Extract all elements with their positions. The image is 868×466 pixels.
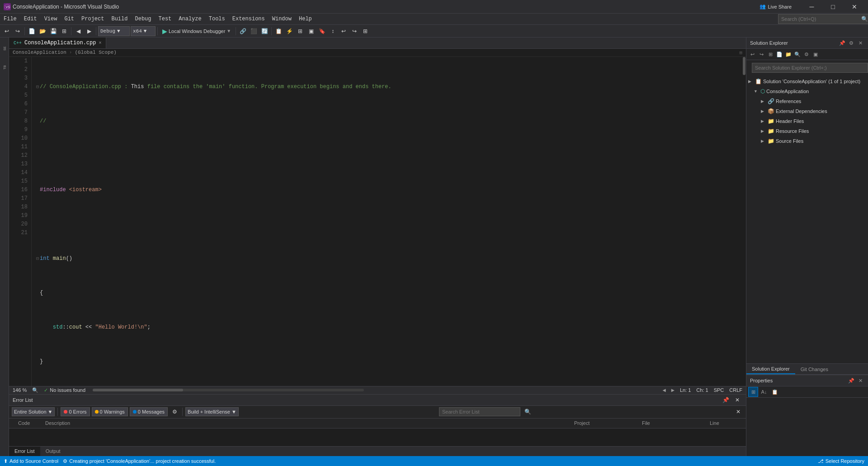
encoding-info[interactable]: SPC [714, 387, 724, 393]
code-content[interactable]: ⊟ // ConsoleApplication.cpp : This file … [32, 57, 742, 386]
toolbar-btn-9[interactable]: ⊞ [295, 26, 305, 36]
error-list-pin[interactable]: 📌 [721, 395, 731, 405]
nav-left[interactable]: ◀ [662, 387, 665, 394]
tree-external-deps[interactable]: ▶ 📦 External Dependencies [746, 106, 868, 116]
zoom-icon[interactable]: 🔍 [32, 387, 38, 393]
active-tab[interactable]: C++ ConsoleApplication.cpp × [9, 38, 106, 48]
menu-test[interactable]: Test [155, 14, 175, 24]
filter-settings-btn[interactable]: ⚙ [170, 407, 179, 417]
collapse-1[interactable]: ⊟ [36, 83, 39, 91]
run-button[interactable]: ▶ Local Windows Debugger ▼ [160, 26, 234, 36]
menu-window[interactable]: Window [269, 14, 295, 24]
undo-button[interactable]: ↩ [2, 26, 12, 36]
error-list-close[interactable]: ✕ [732, 395, 742, 405]
prop-close-button[interactable]: ✕ [856, 377, 864, 385]
menu-help[interactable]: Help [295, 14, 316, 24]
se-toolbar-7[interactable]: ⚙ [802, 50, 811, 58]
redo-button[interactable]: ↪ [13, 26, 23, 36]
toolbar-btn-8[interactable]: ⚡ [284, 26, 294, 36]
error-search-btn[interactable]: 🔍 [523, 407, 533, 417]
toolbar-btn-10[interactable]: ▣ [306, 26, 316, 36]
toolbox-icon[interactable]: TB [1, 58, 8, 76]
menu-analyze[interactable]: Analyze [175, 14, 205, 24]
menu-edit[interactable]: Edit [20, 14, 41, 24]
menu-tools[interactable]: Tools [205, 14, 229, 24]
se-toolbar-8[interactable]: ▣ [811, 50, 820, 58]
git-changes-tab[interactable]: Git Changes [795, 364, 834, 374]
tree-resource-files[interactable]: ▶ 📁 Resource Files [746, 126, 868, 136]
maximize-button[interactable]: □ [823, 0, 843, 14]
tree-references[interactable]: ▶ 🔗 References [746, 96, 868, 106]
error-close-btn[interactable]: ✕ [733, 407, 743, 417]
se-close-button[interactable]: ✕ [856, 39, 864, 47]
output-tab[interactable]: Output [40, 447, 66, 456]
breadcrumb-scope[interactable]: (Global Scope) [75, 50, 116, 55]
error-search-input[interactable] [439, 407, 520, 416]
prop-alpha-btn[interactable]: A↓ [759, 387, 769, 397]
forward-button[interactable]: ▶ [84, 26, 94, 36]
tree-project[interactable]: ▼ ⬡ ConsoleApplication [746, 86, 868, 96]
new-file-button[interactable]: 📄 [27, 26, 37, 36]
col-header-description[interactable]: Description [45, 420, 574, 426]
live-share-label[interactable]: Live Share [768, 4, 792, 9]
se-toolbar-2[interactable]: ↪ [757, 50, 765, 58]
se-toolbar-1[interactable]: ↩ [748, 50, 756, 58]
restart-button[interactable]: 🔄 [259, 26, 269, 36]
se-toolbar-6[interactable]: 🔍 [793, 50, 802, 58]
se-settings-button[interactable]: ⚙ [847, 39, 855, 47]
col-header-code[interactable]: Code [9, 420, 45, 426]
line-ending-info[interactable]: CRLF [729, 387, 742, 393]
solution-explorer-tab[interactable]: Solution Explorer [746, 364, 795, 374]
col-header-project[interactable]: Project [574, 420, 642, 426]
menu-file[interactable]: File [0, 14, 20, 24]
save-button[interactable]: 💾 [48, 26, 58, 36]
toolbar-btn-14[interactable]: ↪ [349, 26, 359, 36]
horizontal-scroll[interactable] [93, 389, 655, 391]
menu-extensions[interactable]: Extensions [229, 14, 269, 24]
select-repo-button[interactable]: ⎇ Select Repository [818, 458, 864, 464]
menu-view[interactable]: View [41, 14, 61, 24]
menu-debug[interactable]: Debug [131, 14, 155, 24]
solution-search-input[interactable] [752, 63, 868, 73]
zoom-level[interactable]: 146 % [13, 387, 27, 393]
prop-page-btn[interactable]: 📋 [770, 387, 780, 397]
stop-button[interactable]: ⬛ [249, 26, 259, 36]
warnings-filter-btn[interactable]: 0 Warnings [92, 407, 128, 416]
tree-source-files[interactable]: ▶ 📁 Source Files [746, 136, 868, 146]
menu-build[interactable]: Build [108, 14, 131, 24]
tab-close-button[interactable]: × [99, 41, 101, 46]
build-filter-dropdown[interactable]: Build + IntelliSense ▼ [185, 407, 239, 416]
tree-solution[interactable]: ▶ 📋 Solution 'ConsoleApplication' (1 of … [746, 76, 868, 86]
debug-config-dropdown[interactable]: Debug ▼ [98, 26, 130, 36]
prop-pin-button[interactable]: 📌 [847, 377, 855, 385]
toolbar-btn-11[interactable]: 🔖 [317, 26, 327, 36]
se-toolbar-4[interactable]: 📄 [775, 50, 783, 58]
menu-git[interactable]: Git [61, 14, 78, 24]
toolbar-btn-7[interactable]: 📋 [274, 26, 283, 36]
breadcrumb-file[interactable]: ConsoleApplication [13, 50, 66, 55]
se-pin-button[interactable]: 📌 [838, 39, 846, 47]
toolbar-btn-15[interactable]: ⊞ [360, 26, 370, 36]
open-button[interactable]: 📂 [38, 26, 47, 36]
server-explorer-icon[interactable]: SE [1, 39, 8, 57]
toolbar-btn-12[interactable]: ↕ [328, 26, 338, 36]
h-scroll-thumb[interactable] [93, 389, 183, 391]
no-issues[interactable]: ✓ No issues found [44, 387, 85, 393]
platform-dropdown[interactable]: x64 ▼ [131, 26, 156, 36]
vertical-scrollbar[interactable] [742, 57, 746, 386]
tree-header-files[interactable]: ▶ 📁 Header Files [746, 116, 868, 126]
error-list-tab[interactable]: Error List [9, 447, 40, 456]
attach-button[interactable]: 🔗 [238, 26, 248, 36]
se-toolbar-5[interactable]: 📁 [784, 50, 793, 58]
toolbar-btn-13[interactable]: ↩ [339, 26, 349, 36]
scroll-thumb[interactable] [743, 57, 745, 75]
minimize-button[interactable]: ─ [802, 0, 822, 14]
source-control-button[interactable]: ⬆ Add to Source Control [4, 458, 58, 464]
breadcrumb-expand[interactable]: ⊞ [739, 50, 742, 56]
se-toolbar-3[interactable]: ⊞ [766, 50, 774, 58]
back-button[interactable]: ◀ [73, 26, 83, 36]
collapse-6[interactable]: ⊟ [36, 254, 39, 263]
prop-categorized-btn[interactable]: ⊞ [748, 387, 758, 397]
col-header-file[interactable]: File [642, 420, 710, 426]
menu-project[interactable]: Project [78, 14, 108, 24]
